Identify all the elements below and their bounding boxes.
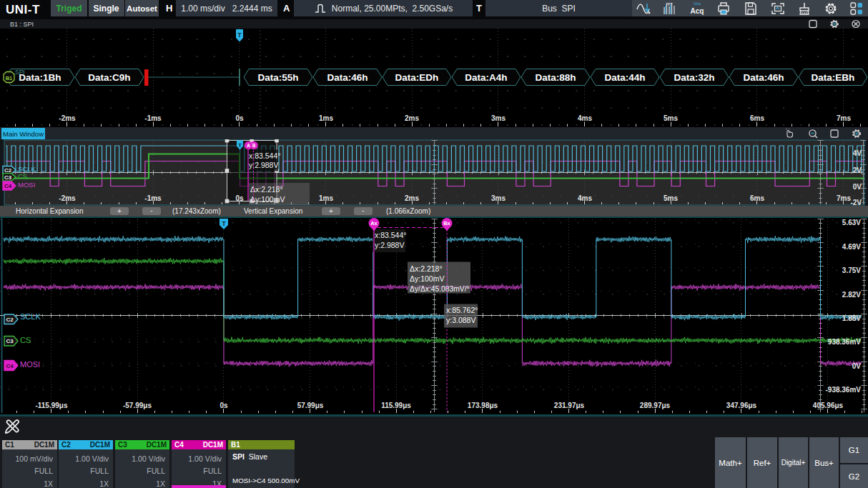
svg-text:Data:46h: Data:46h — [743, 72, 784, 83]
svg-text:-938.36mV: -938.36mV — [826, 386, 862, 394]
svg-text:5.63V: 5.63V — [842, 219, 861, 226]
svg-text:C4: C4 — [6, 363, 14, 369]
svg-text:Ultra: Ultra — [694, 2, 701, 6]
svg-text:Δy/Δx:45.083mV/°: Δy/Δx:45.083mV/° — [410, 285, 470, 293]
svg-text:B1: B1 — [6, 75, 13, 81]
svg-text:7ms: 7ms — [837, 194, 851, 202]
svg-text:4ms: 4ms — [578, 114, 592, 122]
svg-text:7ms: 7ms — [837, 114, 851, 122]
svg-text:6ms: 6ms — [750, 194, 764, 202]
svg-text:347.96μs: 347.96μs — [726, 402, 757, 409]
svg-text:4ms: 4ms — [578, 194, 592, 202]
svg-text:938.36mV: 938.36mV — [828, 338, 861, 346]
svg-text:231.97μs: 231.97μs — [554, 402, 585, 409]
svg-text:Ax: Ax — [370, 220, 378, 226]
svg-text:405.96μs: 405.96μs — [813, 402, 844, 409]
svg-text:Data:EBh: Data:EBh — [812, 72, 855, 83]
svg-text:Acq: Acq — [691, 7, 704, 15]
svg-text:4.69V: 4.69V — [842, 243, 861, 251]
svg-text:x:85.762°: x:85.762° — [446, 306, 478, 314]
svg-text:Data:1Bh: Data:1Bh — [19, 72, 61, 83]
svg-text:115.99μs: 115.99μs — [381, 402, 411, 409]
svg-text:-57.99μs: -57.99μs — [123, 402, 152, 409]
svg-text:A: A — [247, 143, 250, 148]
svg-text:CS: CS — [18, 172, 27, 180]
svg-text:C2: C2 — [4, 167, 12, 174]
svg-text:C3: C3 — [6, 338, 14, 344]
svg-text:2V: 2V — [853, 166, 862, 174]
svg-text:-115.99μs: -115.99μs — [35, 402, 67, 409]
svg-text:Δx:2.218°: Δx:2.218° — [250, 185, 283, 194]
svg-text:SCLK: SCLK — [20, 312, 41, 321]
svg-text:3ms: 3ms — [491, 194, 505, 202]
svg-text:5ms: 5ms — [664, 114, 678, 122]
svg-text:1.88V: 1.88V — [842, 314, 861, 322]
svg-text:y:2.988V: y:2.988V — [375, 241, 404, 249]
svg-text:0V: 0V — [853, 183, 862, 191]
svg-text:2ms: 2ms — [405, 114, 419, 122]
svg-text:x:83.544°: x:83.544° — [375, 231, 406, 239]
svg-text:0s: 0s — [235, 114, 244, 122]
svg-text:0V: 0V — [852, 362, 862, 370]
svg-text:Data:88h: Data:88h — [535, 72, 576, 83]
svg-text:MOSI: MOSI — [18, 181, 35, 189]
svg-text:4V: 4V — [853, 149, 862, 157]
svg-text:C3: C3 — [4, 174, 12, 181]
svg-text:y:3.088V: y:3.088V — [446, 316, 475, 324]
svg-text:3.75V: 3.75V — [842, 267, 861, 274]
svg-text:Δx:2.218°: Δx:2.218° — [410, 264, 443, 273]
svg-text:-2ms: -2ms — [59, 114, 76, 122]
svg-text:289.97μs: 289.97μs — [640, 402, 671, 409]
svg-text:SPI: SPI — [15, 69, 25, 76]
svg-text:3ms: 3ms — [491, 114, 505, 122]
svg-text:Data:55h: Data:55h — [257, 72, 298, 83]
svg-text:Δy:100mV: Δy:100mV — [250, 195, 285, 204]
svg-text:B: B — [252, 143, 256, 148]
svg-text:1ms: 1ms — [319, 114, 333, 122]
svg-text:T: T — [237, 31, 242, 39]
svg-text:Data:44h: Data:44h — [604, 72, 645, 83]
svg-text:T: T — [238, 142, 242, 149]
svg-text:173.98μs: 173.98μs — [468, 402, 498, 409]
svg-text:2.82V: 2.82V — [842, 291, 861, 299]
svg-text:Bx: Bx — [443, 220, 450, 226]
svg-text:MOSI: MOSI — [20, 360, 40, 369]
svg-text:T: T — [222, 220, 226, 227]
svg-text:Data:32h: Data:32h — [674, 72, 714, 83]
svg-text:Data:A4h: Data:A4h — [465, 72, 507, 83]
svg-text:Data:46h: Data:46h — [327, 72, 368, 83]
svg-text:C4: C4 — [4, 183, 12, 189]
svg-text:-2V: -2V — [850, 199, 862, 206]
svg-text:0s: 0s — [220, 402, 228, 409]
svg-text:Data:EDh: Data:EDh — [395, 72, 439, 83]
svg-text:1ms: 1ms — [319, 194, 333, 202]
svg-text:0s: 0s — [235, 194, 244, 202]
svg-text:C2: C2 — [6, 317, 14, 323]
svg-text:-1ms: -1ms — [144, 114, 162, 122]
svg-text:Δy:100mV: Δy:100mV — [410, 274, 444, 283]
svg-text:CS: CS — [20, 336, 31, 344]
svg-text:x:83.544°: x:83.544° — [249, 151, 280, 160]
svg-text:Data:C9h: Data:C9h — [88, 72, 130, 83]
svg-text:6ms: 6ms — [750, 114, 764, 122]
svg-text:57.99μs: 57.99μs — [297, 402, 324, 409]
svg-text:-2ms: -2ms — [59, 194, 76, 202]
